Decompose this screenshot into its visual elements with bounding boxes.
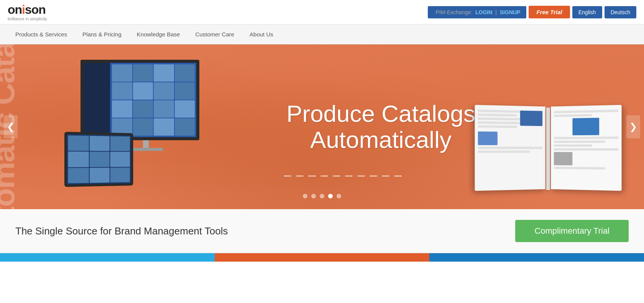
tablet-thumb bbox=[68, 152, 89, 167]
logo: onison brilliance in simplicity bbox=[8, 3, 47, 21]
book-page-content-right bbox=[551, 105, 621, 191]
dash bbox=[382, 175, 389, 177]
monitor-thumb bbox=[175, 118, 195, 136]
dash bbox=[284, 175, 291, 177]
book-image bbox=[520, 111, 542, 126]
monitor-thumb bbox=[133, 64, 153, 82]
book-line bbox=[554, 110, 618, 113]
carousel-dot-2[interactable] bbox=[311, 194, 316, 198]
tablet-mockup bbox=[65, 133, 142, 194]
book-right-page bbox=[551, 105, 621, 191]
logo-son: son bbox=[25, 3, 46, 16]
color-bar-blue bbox=[0, 253, 215, 262]
book-line bbox=[554, 148, 618, 151]
book-image bbox=[572, 118, 599, 135]
monitor-thumb bbox=[175, 100, 195, 118]
book-line bbox=[554, 144, 592, 147]
deutsch-button[interactable]: Deutsch bbox=[605, 6, 636, 18]
nav-customer-care[interactable]: Customer Care bbox=[195, 29, 234, 39]
nav-knowledge-base[interactable]: Knowledge Base bbox=[137, 29, 180, 39]
english-button[interactable]: English bbox=[572, 6, 602, 18]
monitor-thumb bbox=[154, 82, 174, 100]
tablet-content bbox=[67, 134, 131, 184]
hero-title-line2: Automatically bbox=[310, 126, 452, 153]
book-line bbox=[478, 125, 518, 128]
logo-subtitle: brilliance in simplicity bbox=[8, 16, 47, 21]
monitor-thumb bbox=[112, 82, 132, 100]
logo-i: i bbox=[22, 3, 25, 16]
book-line bbox=[554, 114, 592, 117]
hero-dashes bbox=[284, 175, 402, 177]
pim-separator: | bbox=[495, 9, 497, 15]
hero-devices bbox=[58, 56, 242, 201]
tablet-thumb bbox=[68, 136, 89, 151]
free-trial-button[interactable]: Free Trial bbox=[529, 6, 570, 18]
hero-text: Produce Catalogs Automatically bbox=[286, 101, 475, 153]
tablet-thumb bbox=[90, 136, 110, 151]
monitor-screen bbox=[80, 60, 199, 140]
bottom-section: The Single Source for Brand Management T… bbox=[0, 209, 644, 253]
pim-exchange-label: PIM-Exchange: bbox=[435, 9, 472, 15]
tablet-thumb bbox=[90, 167, 110, 183]
top-bar: onison brilliance in simplicity PIM-Exch… bbox=[0, 0, 644, 25]
monitor-thumb bbox=[133, 82, 153, 100]
tablet-screen bbox=[64, 132, 133, 187]
pim-signup-link[interactable]: SIGNUP bbox=[500, 9, 521, 15]
monitor-content bbox=[110, 63, 196, 137]
pim-login-link[interactable]: LOGIN bbox=[475, 9, 492, 15]
color-bar-orange bbox=[215, 253, 429, 262]
bottom-tagline: The Single Source for Brand Management T… bbox=[15, 225, 228, 237]
book-spine bbox=[546, 108, 550, 190]
hero-title: Produce Catalogs Automatically bbox=[286, 101, 475, 153]
carousel-dot-4[interactable] bbox=[328, 194, 333, 198]
catalog-book bbox=[475, 106, 621, 198]
dash bbox=[370, 175, 377, 177]
dash bbox=[345, 175, 353, 177]
book-image bbox=[554, 152, 573, 165]
monitor-sidebar bbox=[84, 63, 110, 137]
tablet-thumb bbox=[110, 167, 130, 182]
nav-plans-pricing[interactable]: Plans & Pricing bbox=[82, 29, 122, 39]
monitor-thumb bbox=[154, 64, 174, 82]
carousel-dot-1[interactable] bbox=[303, 194, 307, 198]
tablet-thumb bbox=[68, 168, 89, 183]
carousel-dot-3[interactable] bbox=[320, 194, 324, 198]
nav-about-us[interactable]: About Us bbox=[250, 29, 273, 39]
dash bbox=[308, 175, 316, 177]
nav-products-services[interactable]: Products & Services bbox=[15, 29, 67, 39]
dash bbox=[320, 175, 328, 177]
monitor-thumb bbox=[154, 118, 174, 136]
nav-bar: Products & Services Plans & Pricing Know… bbox=[0, 25, 644, 44]
dash bbox=[394, 175, 402, 177]
monitor-thumb bbox=[112, 100, 132, 118]
complimentary-trial-button[interactable]: Complimentary Trial bbox=[515, 220, 629, 242]
monitor-thumb bbox=[112, 64, 132, 82]
monitor-thumb bbox=[175, 64, 195, 82]
top-right-controls: PIM-Exchange: LOGIN | SIGNUP Free Trial … bbox=[428, 6, 636, 18]
book-line bbox=[554, 141, 605, 143]
monitor-thumb bbox=[175, 82, 195, 100]
hero-banner: Automatic Catalog bbox=[0, 44, 644, 209]
dash bbox=[296, 175, 304, 177]
dash bbox=[357, 175, 365, 177]
monitor-thumb bbox=[133, 100, 153, 118]
monitor-thumb bbox=[154, 100, 174, 118]
book-line bbox=[478, 113, 518, 116]
monitor-screen-grid bbox=[84, 63, 196, 137]
carousel-dots bbox=[303, 194, 341, 198]
hero-title-line1: Produce Catalogs bbox=[286, 100, 475, 127]
dash bbox=[333, 175, 340, 177]
book-line bbox=[478, 151, 530, 153]
book-page-content-left bbox=[475, 105, 545, 191]
tablet-thumb bbox=[90, 152, 110, 167]
carousel-arrow-right[interactable]: ❯ bbox=[626, 115, 640, 138]
carousel-dot-5[interactable] bbox=[337, 194, 341, 198]
book-image bbox=[478, 131, 498, 145]
tablet-thumb bbox=[110, 152, 130, 167]
carousel-arrow-left[interactable]: ❮ bbox=[4, 115, 18, 138]
color-bars bbox=[0, 253, 644, 262]
color-bar-blue2 bbox=[429, 253, 644, 262]
pim-exchange-bar: PIM-Exchange: LOGIN | SIGNUP bbox=[428, 6, 526, 18]
book-line bbox=[554, 136, 618, 139]
book-left-page bbox=[475, 105, 545, 191]
